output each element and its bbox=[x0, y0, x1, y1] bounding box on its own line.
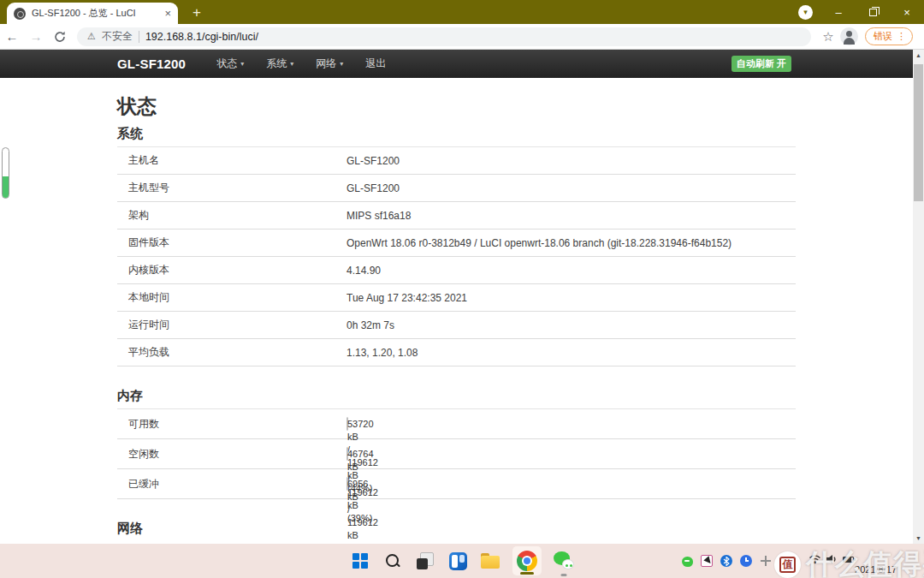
wechat-button[interactable] bbox=[554, 551, 574, 571]
wechat-tray-icon[interactable] bbox=[682, 557, 693, 567]
edge-battery-widget bbox=[2, 147, 9, 199]
search-button[interactable] bbox=[382, 551, 403, 571]
section-heading-network: 网络 bbox=[117, 521, 796, 537]
luci-navbar: GL-SF1200 状态 ▾ 系统 ▾ 网络 ▾ 退出 自动刷新 开 bbox=[0, 50, 913, 78]
scroll-up-icon[interactable]: ▲ bbox=[913, 50, 924, 61]
refresh-icon bbox=[54, 31, 66, 43]
start-button[interactable] bbox=[350, 551, 370, 571]
smzdm-logo: 值 bbox=[774, 551, 801, 578]
widgets-button[interactable] bbox=[447, 551, 468, 571]
row-label: 主机名 bbox=[117, 153, 346, 168]
taskbar-center-icons bbox=[350, 544, 574, 578]
remote-cursor-tray-icon[interactable] bbox=[701, 555, 713, 567]
table-row: 架构 MIPS sf16a18 bbox=[117, 202, 796, 229]
bookmark-star-icon[interactable]: ☆ bbox=[818, 29, 838, 45]
search-icon bbox=[385, 553, 400, 569]
table-row: 运行时间 0h 32m 7s bbox=[117, 312, 796, 339]
memory-table: 可用数 53720 kB / 119612 kB (44%) 空闲数 46764… bbox=[117, 409, 796, 499]
scroll-down-icon[interactable]: ▼ bbox=[913, 533, 924, 544]
chevron-down-icon: ▾ bbox=[340, 60, 343, 68]
table-row: 本地时间 Tue Aug 17 23:42:35 2021 bbox=[117, 284, 796, 312]
row-label: 空闲数 bbox=[117, 447, 346, 462]
memory-progressbar: 46764 kB / 119612 kB (39%) bbox=[346, 447, 348, 461]
url-text[interactable]: 192.168.8.1/cgi-bin/luci/ bbox=[145, 31, 258, 43]
smzdm-logo-glyph: 值 bbox=[779, 557, 796, 573]
minimize-button[interactable]: – bbox=[821, 0, 856, 24]
section-heading-system: 系统 bbox=[117, 126, 796, 147]
chevron-down-icon: ▾ bbox=[240, 60, 244, 68]
table-row: 固件版本 OpenWrt 18.06 r0-3812b49 / LuCI ope… bbox=[117, 229, 796, 257]
row-label: 可用数 bbox=[117, 417, 346, 432]
row-value: Tue Aug 17 23:42:35 2021 bbox=[346, 292, 796, 304]
kebab-menu-icon: ⋮ bbox=[897, 31, 906, 42]
widget-fill bbox=[3, 176, 9, 198]
bluetooth-glyph bbox=[723, 557, 730, 566]
auto-refresh-toggle[interactable]: 自动刷新 开 bbox=[732, 56, 791, 72]
chrome-icon bbox=[517, 551, 537, 571]
row-label: 运行时间 bbox=[117, 318, 346, 332]
menu-system[interactable]: 系统 ▾ bbox=[266, 57, 293, 71]
restore-icon bbox=[869, 9, 877, 16]
bluetooth-icon[interactable] bbox=[720, 555, 732, 567]
not-secure-warning-icon[interactable]: ⚠ bbox=[87, 32, 96, 41]
menu-status-label: 状态 bbox=[216, 57, 237, 71]
chevron-down-icon: ▾ bbox=[290, 60, 293, 68]
scrollbar-thumb[interactable] bbox=[914, 64, 923, 201]
clock-app-icon[interactable] bbox=[740, 555, 752, 567]
row-label: 主机型号 bbox=[117, 181, 346, 195]
file-explorer-button[interactable] bbox=[480, 551, 500, 571]
window-controls: – × bbox=[821, 0, 924, 24]
security-label[interactable]: 不安全 bbox=[102, 29, 133, 44]
system-tray bbox=[682, 544, 772, 578]
table-row: 平均负载 1.13, 1.20, 1.08 bbox=[117, 339, 796, 366]
new-tab-button[interactable]: + bbox=[187, 3, 207, 22]
address-bar[interactable]: ⚠ 不安全 192.168.8.1/cgi-bin/luci/ bbox=[77, 27, 811, 46]
task-view-button[interactable] bbox=[415, 551, 435, 571]
menu-system-label: 系统 bbox=[266, 57, 287, 71]
refresh-button[interactable] bbox=[48, 31, 72, 43]
windows-logo-icon bbox=[352, 553, 368, 569]
tab-search-icon[interactable]: ▾ bbox=[798, 5, 813, 20]
page-title: 状态 bbox=[117, 94, 796, 118]
desktop-screen: GL-SF1200 - 总览 - LuCI × + ▾ – × ← → ⚠ 不安… bbox=[0, 0, 924, 578]
forward-button[interactable]: → bbox=[24, 29, 48, 44]
running-app-indicator bbox=[561, 574, 567, 576]
table-row: 主机名 GL-SF1200 bbox=[117, 147, 796, 175]
table-row: 内核版本 4.14.90 bbox=[117, 257, 796, 284]
profile-avatar[interactable] bbox=[840, 27, 858, 45]
system-table: 主机名 GL-SF1200 主机型号 GL-SF1200 架构 MIPS sf1… bbox=[117, 147, 796, 366]
row-label: 内核版本 bbox=[117, 263, 346, 277]
navbar-brand[interactable]: GL-SF1200 bbox=[117, 57, 186, 71]
chrome-button[interactable] bbox=[512, 546, 542, 575]
table-row: 空闲数 46764 kB / 119612 kB (39%) bbox=[117, 439, 796, 469]
row-value: 4.14.90 bbox=[346, 265, 796, 277]
wechat-icon bbox=[554, 551, 574, 570]
tab-close-icon[interactable]: × bbox=[164, 8, 171, 19]
url-divider bbox=[139, 31, 139, 43]
menu-logout[interactable]: 退出 bbox=[365, 57, 386, 71]
menu-logout-label: 退出 bbox=[365, 57, 386, 71]
restore-button[interactable] bbox=[856, 0, 890, 24]
row-label: 已缓冲 bbox=[117, 477, 346, 492]
tab-title: GL-SF1200 - 总览 - LuCI bbox=[32, 7, 158, 20]
error-label: 错误 bbox=[874, 30, 892, 43]
row-value: GL-SF1200 bbox=[346, 155, 796, 167]
watermark-text: 什么值得买 bbox=[806, 545, 924, 578]
page-scrollbar[interactable]: ▲ ▼ bbox=[913, 50, 924, 544]
row-label: 架构 bbox=[117, 208, 346, 223]
menu-network[interactable]: 网络 ▾ bbox=[316, 57, 343, 71]
row-value: MIPS sf16a18 bbox=[346, 210, 796, 222]
row-value: 0h 32m 7s bbox=[346, 319, 796, 331]
browser-error-menu-button[interactable]: 错误 ⋮ bbox=[865, 27, 913, 45]
navbar-menu: 状态 ▾ 系统 ▾ 网络 ▾ 退出 bbox=[216, 57, 386, 71]
memory-progressbar: 6956 kB / 119612 kB (5%) bbox=[346, 477, 348, 491]
site-favicon bbox=[14, 8, 26, 20]
row-label: 平均负载 bbox=[117, 345, 346, 360]
plus-tool-icon[interactable] bbox=[760, 555, 772, 567]
back-button[interactable]: ← bbox=[0, 29, 24, 44]
close-button[interactable]: × bbox=[890, 0, 924, 24]
folder-icon bbox=[481, 553, 500, 569]
page-content: 状态 系统 主机名 GL-SF1200 主机型号 GL-SF1200 架构 MI… bbox=[0, 78, 913, 544]
menu-status[interactable]: 状态 ▾ bbox=[216, 57, 244, 71]
browser-tab[interactable]: GL-SF1200 - 总览 - LuCI × bbox=[7, 3, 178, 24]
